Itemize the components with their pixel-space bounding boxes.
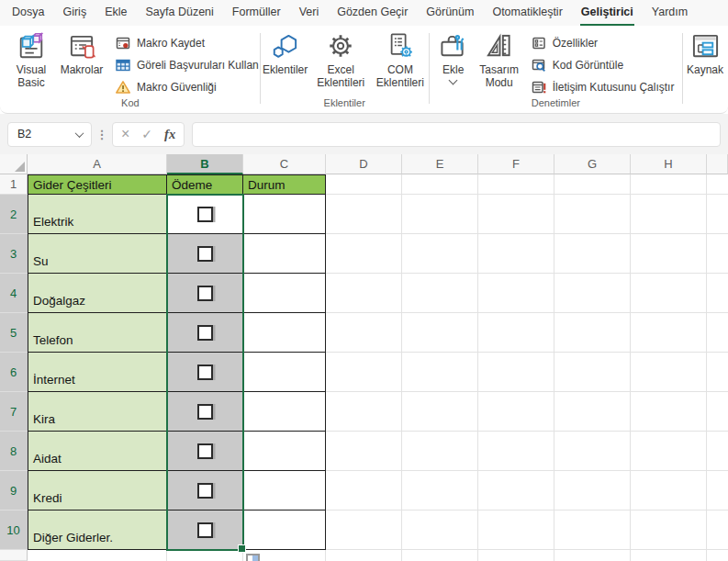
row-header-partial[interactable]	[0, 550, 28, 561]
cell-A10[interactable]: Diğer Giderler.	[28, 511, 167, 550]
tasarim-modu-button[interactable]: Tasarım Modu	[473, 28, 526, 89]
cell-B8[interactable]	[167, 432, 243, 471]
partial-row-11[interactable]	[28, 550, 326, 561]
tab-otomatiklestir[interactable]: Otomatikleştir	[491, 0, 563, 26]
makro-guvenligi-label: Makro Güvenliği	[137, 81, 217, 94]
iletisim-kutusu-button[interactable]: İletişim Kutusunu Çalıştır	[532, 78, 675, 95]
cell-C8[interactable]	[243, 432, 326, 471]
cell-A2[interactable]: Elektrik	[28, 195, 167, 234]
column-header-partial[interactable]	[707, 154, 728, 174]
cell-C6[interactable]	[243, 353, 326, 392]
tab-formuller[interactable]: Formüller	[231, 0, 282, 26]
cell-B6[interactable]	[167, 353, 243, 392]
cell-C2[interactable]	[243, 195, 326, 234]
tab-dosya[interactable]: Dosya	[11, 0, 45, 26]
cell-C7[interactable]	[243, 392, 326, 432]
cell-C10[interactable]	[243, 511, 326, 550]
empty-cells-region[interactable]	[326, 174, 728, 561]
tab-yardim[interactable]: Yardım	[651, 0, 689, 26]
group-separator	[260, 33, 261, 104]
column-header-E[interactable]: E	[402, 154, 478, 174]
excel-eklentileri-button[interactable]: Excel Eklentileri	[314, 28, 367, 89]
name-box[interactable]: B2	[7, 122, 92, 147]
checkbox-unchecked[interactable]	[197, 483, 213, 499]
makro-guvenligi-button[interactable]: Makro Güvenliği	[116, 78, 259, 95]
ekle-dropdown-button[interactable]: Ekle	[434, 28, 473, 84]
row-header-6[interactable]: 6	[0, 353, 28, 392]
column-header-G[interactable]: G	[554, 154, 631, 174]
checkbox-unchecked[interactable]	[197, 207, 213, 222]
cell-A5[interactable]: Telefon	[28, 313, 167, 353]
visual-basic-button[interactable]: Visual Basic	[7, 28, 55, 89]
cell-B3[interactable]	[167, 234, 243, 274]
cell-A1[interactable]: Gider Çeşitleri	[28, 174, 167, 195]
tab-giris[interactable]: Giriş	[62, 0, 87, 26]
cell-B10[interactable]	[167, 511, 243, 550]
column-header-D[interactable]: D	[326, 154, 402, 174]
column-header-H[interactable]: H	[631, 154, 707, 174]
checkbox-unchecked[interactable]	[197, 286, 213, 301]
makro-kaydet-button[interactable]: Makro Kaydet	[116, 34, 259, 51]
checkbox-unchecked[interactable]	[197, 246, 213, 262]
cell-B2[interactable]	[167, 195, 243, 234]
ribbon-group-eklentiler: Eklentiler Excel Eklentileri	[262, 26, 428, 113]
cell-B9[interactable]	[167, 471, 243, 511]
chevron-down-icon[interactable]	[75, 129, 84, 138]
tab-gorunum[interactable]: Görünüm	[425, 0, 475, 26]
row-header-9[interactable]: 9	[0, 471, 28, 511]
eklentiler-button[interactable]: Eklentiler	[262, 28, 309, 76]
cell-C4[interactable]	[243, 274, 326, 313]
tab-sayfa-duzeni[interactable]: Sayfa Düzeni	[144, 0, 214, 26]
cell-C3[interactable]	[243, 234, 326, 274]
row-header-5[interactable]: 5	[0, 313, 28, 353]
cancel-icon[interactable]: ×	[121, 127, 129, 141]
cell-B4[interactable]	[167, 274, 243, 313]
cell-A8[interactable]: Aidat	[28, 432, 167, 471]
partial-checkbox-row11[interactable]	[246, 554, 260, 561]
row-header-10[interactable]: 10	[0, 511, 28, 550]
kod-goruntule-button[interactable]: Kod Görüntüle	[532, 56, 675, 73]
column-header-A[interactable]: A	[28, 154, 167, 174]
checkbox-unchecked[interactable]	[197, 522, 213, 538]
tab-veri[interactable]: Veri	[298, 0, 320, 26]
ribbon-group-kod: Visual Basic Makrolar	[2, 26, 259, 113]
row-header-4[interactable]: 4	[0, 274, 28, 313]
makrolar-button[interactable]: Makrolar	[55, 28, 108, 76]
tab-gozden-gecir[interactable]: Gözden Geçir	[336, 0, 409, 26]
cell-A7[interactable]: Kira	[28, 392, 167, 432]
cell-A3[interactable]: Su	[28, 234, 167, 274]
ribbon-group-xml: Kaynak	[684, 26, 726, 113]
goreli-basvurular-button[interactable]: Göreli Başvuruları Kullan	[116, 56, 259, 73]
tab-ekle[interactable]: Ekle	[104, 0, 128, 26]
select-all-corner[interactable]	[0, 154, 28, 174]
cell-C5[interactable]	[243, 313, 326, 353]
row-header-1[interactable]: 1	[0, 174, 28, 195]
cell-C1[interactable]: Durum	[243, 174, 326, 195]
kaynak-button[interactable]: Kaynak	[684, 28, 726, 76]
row-header-8[interactable]: 8	[0, 432, 28, 471]
checkbox-unchecked[interactable]	[197, 325, 213, 341]
column-header-C[interactable]: C	[243, 154, 326, 174]
tab-gelistirici[interactable]: Geliştirici	[580, 0, 634, 26]
column-header-F[interactable]: F	[478, 154, 554, 174]
cell-C9[interactable]	[243, 471, 326, 511]
run-dialog-icon	[532, 80, 546, 95]
checkbox-unchecked[interactable]	[197, 365, 213, 380]
formula-input[interactable]	[192, 122, 721, 147]
cell-B7[interactable]	[167, 392, 243, 432]
row-header-7[interactable]: 7	[0, 392, 28, 432]
cell-A6[interactable]: İnternet	[28, 353, 167, 392]
com-eklentileri-button[interactable]: COM Eklentileri	[373, 28, 428, 89]
insert-function-icon[interactable]: fx	[164, 128, 175, 141]
cell-A9[interactable]: Kredi	[28, 471, 167, 511]
checkbox-unchecked[interactable]	[197, 404, 213, 420]
cell-B1[interactable]: Ödeme	[167, 174, 243, 195]
enter-icon[interactable]: ✓	[141, 128, 152, 140]
cell-B5[interactable]	[167, 313, 243, 353]
ozellikler-button[interactable]: Özellikler	[532, 34, 675, 51]
row-header-2[interactable]: 2	[0, 195, 28, 234]
column-header-B[interactable]: B	[167, 154, 243, 174]
cell-A4[interactable]: Doğalgaz	[28, 274, 167, 313]
checkbox-unchecked[interactable]	[197, 443, 213, 459]
row-header-3[interactable]: 3	[0, 234, 28, 274]
